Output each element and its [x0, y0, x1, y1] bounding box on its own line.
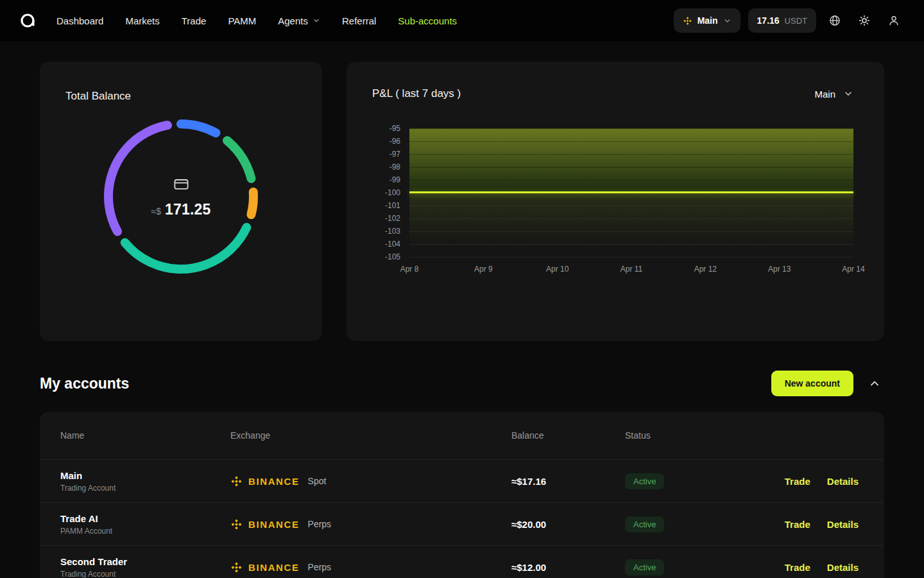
- status-cell: Active: [625, 473, 785, 489]
- table-row: Trade AI PAMM Account BINANCE Perps ≈$20…: [40, 502, 884, 545]
- pnl-value-line: [409, 191, 853, 193]
- trade-link[interactable]: Trade: [785, 476, 810, 487]
- sun-icon: [858, 14, 871, 27]
- chevron-up-icon: [868, 377, 881, 390]
- exchange-name: BINANCE: [248, 476, 300, 487]
- nav-item-agents-label: Agents: [278, 15, 308, 26]
- account-name: Second Trader: [60, 556, 230, 567]
- top-nav: Dashboard Markets Trade PAMM Agents Refe…: [0, 0, 924, 41]
- nav-item-sub-accounts[interactable]: Sub-accounts: [398, 15, 457, 26]
- accounts-title: My accounts: [40, 375, 129, 392]
- account-name: Main: [60, 470, 230, 481]
- exchange-name: BINANCE: [248, 562, 300, 573]
- actions-cell: Trade Details: [785, 476, 859, 487]
- pnl-card: P&L ( last 7 days ) Main -95 -96 -97 -98…: [346, 62, 884, 341]
- market-type: Perps: [308, 519, 332, 529]
- pnl-account-selector-value: Main: [814, 89, 835, 100]
- exchange-cell: BINANCE Perps: [230, 561, 511, 574]
- pnl-plot-area: [409, 128, 853, 258]
- collapse-accounts-button[interactable]: [865, 374, 884, 393]
- account-type: Trading Account: [60, 570, 230, 578]
- balance-approx-symbol: ≈$: [151, 206, 160, 216]
- account-type: Trading Account: [60, 484, 230, 493]
- nav-items: Dashboard Markets Trade PAMM Agents Refe…: [56, 15, 457, 26]
- accounts-table: Name Exchange Balance Status Main Tradin…: [40, 412, 884, 578]
- chevron-down-icon: [843, 89, 853, 99]
- x-tick: Apr 8: [400, 265, 419, 274]
- main-content: Total Balance ≈$ 171.25 P&L ( last 7 day…: [0, 41, 924, 578]
- nav-item-dashboard[interactable]: Dashboard: [56, 15, 103, 26]
- pnl-area-fill: [409, 128, 853, 193]
- y-tick: -101: [372, 201, 400, 210]
- exchange-cell: BINANCE Spot: [230, 475, 511, 487]
- donut-center: ≈$ 171.25: [98, 113, 264, 280]
- wallet-balance[interactable]: 17.16 USDT: [748, 8, 816, 33]
- nav-item-trade[interactable]: Trade: [182, 15, 207, 26]
- account-name-cell: Second Trader Trading Account: [60, 556, 230, 578]
- market-type: Perps: [308, 562, 332, 572]
- binance-icon: [230, 518, 243, 530]
- table-row: Main Trading Account BINANCE Spot ≈$17.1…: [40, 459, 884, 502]
- y-tick: -95: [372, 124, 400, 133]
- y-tick: -102: [372, 214, 400, 223]
- status-badge: Active: [625, 559, 664, 575]
- x-tick: Apr 11: [620, 265, 642, 274]
- chevron-down-icon: [723, 17, 732, 25]
- status-cell: Active: [625, 559, 785, 575]
- binance-icon: [230, 561, 243, 574]
- status-badge: Active: [625, 473, 664, 489]
- nav-item-referral[interactable]: Referral: [342, 15, 376, 26]
- app-logo-icon[interactable]: [19, 12, 36, 29]
- accounts-header: My accounts New account: [40, 371, 884, 396]
- balance-donut: ≈$ 171.25: [98, 113, 264, 280]
- x-tick: Apr 10: [546, 265, 569, 274]
- x-tick: Apr 13: [768, 265, 791, 274]
- account-balance: ≈$17.16: [511, 476, 625, 487]
- y-tick: -103: [372, 227, 400, 236]
- y-tick: -100: [372, 188, 400, 197]
- binance-icon: [683, 16, 692, 26]
- pnl-title: P&L ( last 7 days ): [372, 87, 461, 100]
- details-link[interactable]: Details: [827, 476, 859, 487]
- status-cell: Active: [625, 516, 785, 532]
- language-button[interactable]: [824, 10, 846, 31]
- nav-item-markets[interactable]: Markets: [125, 15, 159, 26]
- column-header-status: Status: [625, 430, 859, 441]
- column-header-exchange: Exchange: [230, 430, 511, 441]
- y-tick: -105: [372, 252, 400, 261]
- column-header-name: Name: [60, 430, 230, 441]
- account-switcher[interactable]: Main: [674, 8, 740, 33]
- x-tick: Apr 9: [474, 265, 493, 274]
- chevron-down-icon: [312, 17, 320, 24]
- account-type: PAMM Account: [60, 527, 230, 536]
- pnl-x-axis: Apr 8 Apr 9 Apr 10 Apr 11 Apr 12 Apr 13 …: [409, 265, 853, 275]
- details-link[interactable]: Details: [827, 519, 859, 530]
- account-name-cell: Trade AI PAMM Account: [60, 513, 230, 536]
- details-link[interactable]: Details: [827, 562, 859, 573]
- pnl-account-selector[interactable]: Main: [814, 89, 853, 100]
- nav-item-pamm[interactable]: PAMM: [228, 15, 256, 26]
- exchange-cell: BINANCE Perps: [230, 518, 511, 530]
- nav-item-agents[interactable]: Agents: [278, 15, 320, 26]
- y-tick: -98: [372, 162, 400, 171]
- actions-cell: Trade Details: [785, 519, 859, 530]
- user-icon: [887, 14, 900, 27]
- account-balance: ≈$20.00: [511, 519, 625, 530]
- y-tick: -96: [372, 137, 400, 146]
- theme-toggle-button[interactable]: [853, 10, 875, 31]
- actions-cell: Trade Details: [785, 562, 859, 573]
- column-header-balance: Balance: [511, 430, 625, 441]
- wallet-balance-amount: 17.16: [757, 15, 780, 26]
- trade-link[interactable]: Trade: [785, 562, 810, 573]
- x-tick: Apr 12: [694, 265, 717, 274]
- table-header-row: Name Exchange Balance Status: [40, 412, 884, 459]
- trade-link[interactable]: Trade: [785, 519, 810, 530]
- wallet-icon: [173, 175, 190, 193]
- market-type: Spot: [308, 476, 327, 486]
- account-name: Trade AI: [60, 513, 230, 524]
- y-tick: -104: [372, 240, 400, 249]
- new-account-button[interactable]: New account: [771, 371, 853, 396]
- profile-button[interactable]: [883, 10, 905, 31]
- account-balance: ≈$12.00: [511, 562, 625, 573]
- total-balance-amount: 171.25: [165, 201, 211, 218]
